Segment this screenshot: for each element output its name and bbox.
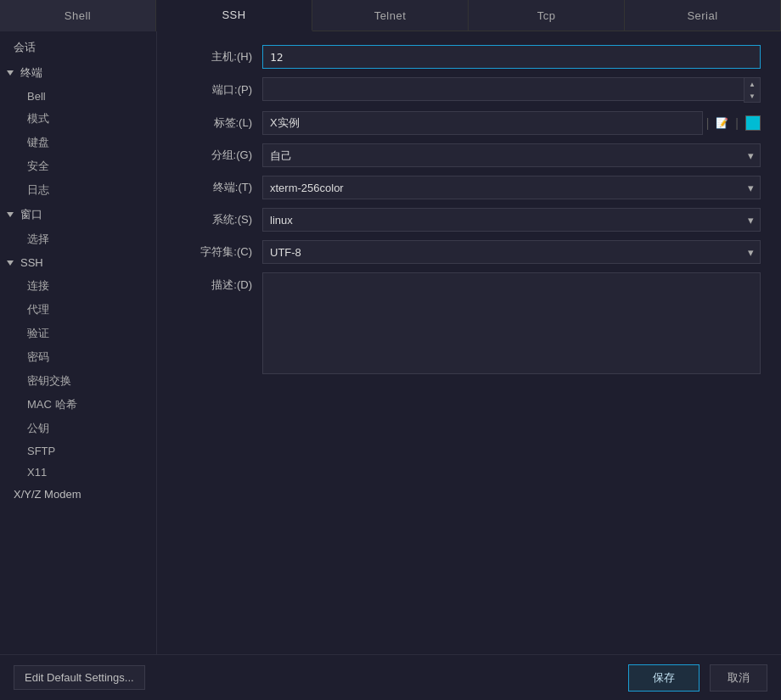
- sidebar-item-connect[interactable]: 连接: [0, 274, 156, 298]
- terminal-select[interactable]: xterm-256color: [262, 176, 761, 199]
- tag-edit-icon[interactable]: 📝: [712, 117, 732, 129]
- sidebar-item-mac[interactable]: MAC 哈希: [0, 393, 156, 417]
- main-content: 会话 终端 Bell 模式 键盘 安全 日志 窗口: [0, 31, 781, 654]
- group-label: 分组:(G): [177, 148, 262, 163]
- cancel-button[interactable]: 取消: [710, 664, 767, 692]
- sidebar-item-kex[interactable]: 密钥交换: [0, 369, 156, 393]
- sep2-icon: |: [735, 116, 739, 130]
- system-select[interactable]: linux: [262, 208, 761, 232]
- sidebar-item-x11[interactable]: X11: [0, 462, 156, 483]
- tag-row: 标签:(L) | 📝 |: [177, 111, 761, 135]
- charset-row: 字符集:(C) UTF-8: [177, 240, 761, 264]
- sidebar-item-mode[interactable]: 模式: [0, 107, 156, 131]
- expand-terminal-icon: [7, 70, 14, 76]
- system-select-wrapper: linux: [262, 208, 761, 232]
- terminal-label: 终端:(T): [177, 180, 262, 195]
- system-control: linux: [262, 208, 761, 232]
- system-label: 系统:(S): [177, 212, 262, 227]
- terminal-row: 终端:(T) xterm-256color: [177, 176, 761, 199]
- expand-window-icon: [7, 212, 14, 217]
- sidebar-item-log[interactable]: 日志: [0, 178, 156, 202]
- tab-serial[interactable]: Serial: [625, 0, 781, 31]
- sidebar-item-password[interactable]: 密码: [0, 345, 156, 369]
- port-label: 端口:(P): [177, 82, 262, 98]
- sidebar: 会话 终端 Bell 模式 键盘 安全 日志 窗口: [0, 31, 157, 654]
- port-row: 端口:(P) 22 ▲ ▼: [177, 77, 761, 103]
- save-button[interactable]: 保存: [628, 664, 700, 692]
- description-textarea[interactable]: [262, 272, 761, 374]
- port-input[interactable]: 22: [262, 77, 744, 101]
- color-swatch[interactable]: [745, 115, 761, 131]
- sidebar-item-bell[interactable]: Bell: [0, 86, 156, 107]
- sep-icon: |: [706, 116, 710, 130]
- group-select[interactable]: 自己: [262, 143, 761, 167]
- port-down-button[interactable]: ▼: [744, 90, 760, 102]
- description-control: [262, 272, 761, 374]
- tag-with-icons: | 📝 |: [262, 111, 761, 135]
- description-row: 描述:(D): [177, 272, 761, 374]
- sidebar-item-sftp[interactable]: SFTP: [0, 440, 156, 462]
- tab-shell[interactable]: Shell: [0, 0, 156, 31]
- group-row: 分组:(G) 自己: [177, 143, 761, 167]
- bottom-right-buttons: 保存 取消: [628, 664, 767, 692]
- terminal-select-wrapper: xterm-256color: [262, 176, 761, 199]
- tab-telnet[interactable]: Telnet: [312, 0, 469, 31]
- charset-select-wrapper: UTF-8: [262, 240, 761, 264]
- expand-ssh-icon: [7, 260, 14, 266]
- description-label: 描述:(D): [177, 272, 262, 293]
- form-area: 主机:(H) 端口:(P) 22 ▲ ▼: [157, 31, 781, 654]
- sidebar-item-keyboard[interactable]: 键盘: [0, 131, 156, 154]
- sidebar-item-proxy[interactable]: 代理: [0, 298, 156, 322]
- port-control: 22 ▲ ▼: [262, 77, 761, 103]
- sidebar-group-terminal[interactable]: 终端: [0, 60, 156, 86]
- port-up-button[interactable]: ▲: [744, 78, 760, 90]
- edit-defaults-button[interactable]: Edit Default Settings...: [14, 665, 145, 690]
- charset-select[interactable]: UTF-8: [262, 240, 761, 264]
- tag-control: | 📝 |: [262, 111, 761, 135]
- host-control: [262, 45, 761, 69]
- group-select-wrapper: 自己: [262, 143, 761, 167]
- group-control: 自己: [262, 143, 761, 167]
- sidebar-group-ssh[interactable]: SSH: [0, 251, 156, 274]
- charset-label: 字符集:(C): [177, 244, 262, 260]
- tab-tcp[interactable]: Tcp: [469, 0, 625, 31]
- host-label: 主机:(H): [177, 49, 262, 64]
- terminal-control: xterm-256color: [262, 176, 761, 199]
- system-row: 系统:(S) linux: [177, 208, 761, 232]
- bottom-bar: Edit Default Settings... 保存 取消: [0, 654, 781, 700]
- port-spinbox-buttons: ▲ ▼: [744, 77, 761, 103]
- app-container: Shell SSH Telnet Tcp Serial 会话 终端 Bell: [0, 0, 781, 700]
- sidebar-item-modem[interactable]: X/Y/Z Modem: [0, 483, 156, 506]
- charset-control: UTF-8: [262, 240, 761, 264]
- tab-bar: Shell SSH Telnet Tcp Serial: [0, 0, 781, 31]
- sidebar-group-window[interactable]: 窗口: [0, 202, 156, 227]
- host-input[interactable]: [262, 45, 761, 69]
- sidebar-item-security[interactable]: 安全: [0, 154, 156, 178]
- tab-ssh[interactable]: SSH: [156, 0, 312, 31]
- sidebar-item-session[interactable]: 会话: [0, 35, 156, 60]
- port-spinbox: 22 ▲ ▼: [262, 77, 761, 103]
- tag-input[interactable]: [262, 111, 703, 135]
- tag-label: 标签:(L): [177, 115, 262, 131]
- sidebar-item-auth[interactable]: 验证: [0, 322, 156, 345]
- host-row: 主机:(H): [177, 45, 761, 69]
- sidebar-item-pubkey[interactable]: 公钥: [0, 417, 156, 440]
- sidebar-item-select[interactable]: 选择: [0, 227, 156, 251]
